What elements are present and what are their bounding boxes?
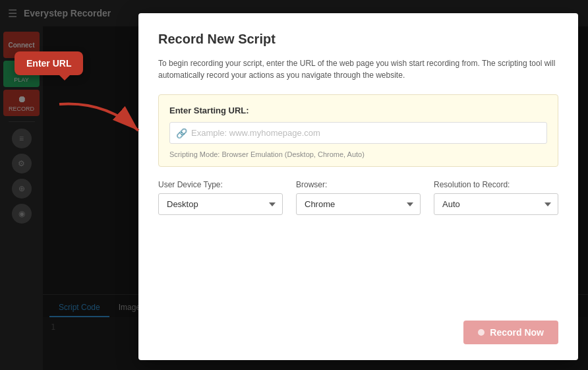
arrow-indicator: [53, 98, 145, 153]
tooltip-bubble: Enter URL: [15, 51, 83, 75]
scripting-mode-text: Scripting Mode: Browser Emulation (Deskt…: [169, 150, 547, 158]
modal-dialog: Record New Script To begin recording you…: [138, 13, 578, 360]
resolution-select[interactable]: Auto 1280x720 1920x1080: [434, 193, 558, 215]
link-icon: 🔗: [176, 128, 187, 139]
record-now-label: Record Now: [490, 327, 544, 338]
modal-description: To begin recording your script, enter th…: [158, 57, 558, 81]
url-label: Enter Starting URL:: [169, 106, 547, 115]
url-input[interactable]: [169, 122, 547, 144]
url-section: Enter Starting URL: 🔗 Scripting Mode: Br…: [158, 94, 558, 167]
device-type-label: User Device Type:: [158, 180, 283, 189]
browser-label: Browser:: [296, 180, 421, 189]
resolution-group: Resolution to Record: Auto 1280x720 1920…: [434, 180, 558, 215]
device-type-group: User Device Type: Desktop Mobile Tablet: [158, 180, 283, 215]
browser-select[interactable]: Chrome Firefox Safari Edge: [296, 193, 421, 215]
resolution-label: Resolution to Record:: [434, 180, 558, 189]
dropdowns-row: User Device Type: Desktop Mobile Tablet …: [158, 180, 558, 215]
tooltip-text: Enter URL: [26, 58, 71, 69]
device-type-select[interactable]: Desktop Mobile Tablet: [158, 193, 283, 215]
modal-title: Record New Script: [158, 32, 558, 47]
url-input-wrapper: 🔗: [169, 122, 547, 144]
modal-footer: Record Now: [158, 321, 558, 344]
record-btn-dot: [478, 329, 485, 336]
record-now-button[interactable]: Record Now: [463, 321, 558, 344]
browser-group: Browser: Chrome Firefox Safari Edge: [296, 180, 421, 215]
